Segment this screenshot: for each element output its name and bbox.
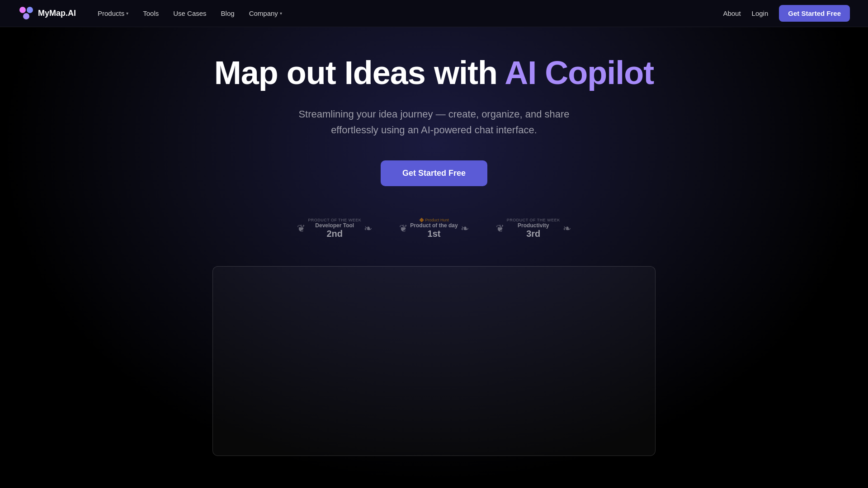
brand-name: MyMap.AI <box>38 9 76 18</box>
badge-inner-1: Product of The Week Developer Tool 2nd <box>308 218 361 239</box>
logo[interactable]: MyMap.AI <box>18 5 76 22</box>
wreath-left-icon-2: ❦ <box>399 223 407 235</box>
nav-item-tools[interactable]: Tools <box>137 6 164 21</box>
hero-cta-button[interactable]: Get Started Free <box>381 160 487 186</box>
demo-area <box>212 266 656 456</box>
svg-point-2 <box>23 13 29 19</box>
wreath-right-icon-2: ❧ <box>461 223 469 235</box>
navbar: MyMap.AI Products ▾ Tools Use Cases Blog… <box>0 0 868 27</box>
navbar-right: About Login Get Started Free <box>723 5 850 22</box>
nav-links: Products ▾ Tools Use Cases Blog Company … <box>92 6 288 21</box>
chevron-down-icon: ▾ <box>126 11 128 16</box>
hero-title: Map out Ideas with AI Copilot <box>214 54 654 92</box>
badge-product-of-day: ❦ 🔶 Product Hunt Product of the day 1st … <box>399 218 468 239</box>
nav-item-blog[interactable]: Blog <box>216 6 240 21</box>
badge-developer-tool: ❦ Product of The Week Developer Tool 2nd… <box>297 218 372 239</box>
badge-inner-3: Product of The Week Productivity 3rd <box>507 218 560 239</box>
chevron-down-icon-2: ▾ <box>280 11 282 16</box>
badges-row: ❦ Product of The Week Developer Tool 2nd… <box>297 218 571 239</box>
badge-inner-2: 🔶 Product Hunt Product of the day 1st <box>410 218 458 239</box>
wreath-left-icon-3: ❦ <box>496 223 504 235</box>
nav-item-products[interactable]: Products ▾ <box>92 6 134 21</box>
svg-point-1 <box>27 7 33 13</box>
nav-login-link[interactable]: Login <box>752 9 769 17</box>
logo-icon <box>18 5 34 22</box>
nav-item-use-cases[interactable]: Use Cases <box>168 6 212 21</box>
wreath-left-icon: ❦ <box>297 223 305 235</box>
nav-about-link[interactable]: About <box>723 9 741 17</box>
producthunt-icon: 🔶 Product Hunt <box>419 218 449 222</box>
hero-section: Map out Ideas with AI Copilot Streamlini… <box>0 0 868 483</box>
badge-productivity: ❦ Product of The Week Productivity 3rd ❧ <box>496 218 571 239</box>
nav-cta-button[interactable]: Get Started Free <box>779 5 850 22</box>
wreath-right-icon: ❧ <box>364 223 372 235</box>
svg-point-0 <box>19 7 26 13</box>
nav-item-company[interactable]: Company ▾ <box>244 6 288 21</box>
wreath-right-icon-3: ❧ <box>563 223 571 235</box>
navbar-left: MyMap.AI Products ▾ Tools Use Cases Blog… <box>18 5 288 22</box>
hero-title-highlight: AI Copilot <box>505 55 654 91</box>
hero-subtitle: Streamlining your idea journey — create,… <box>294 106 574 138</box>
